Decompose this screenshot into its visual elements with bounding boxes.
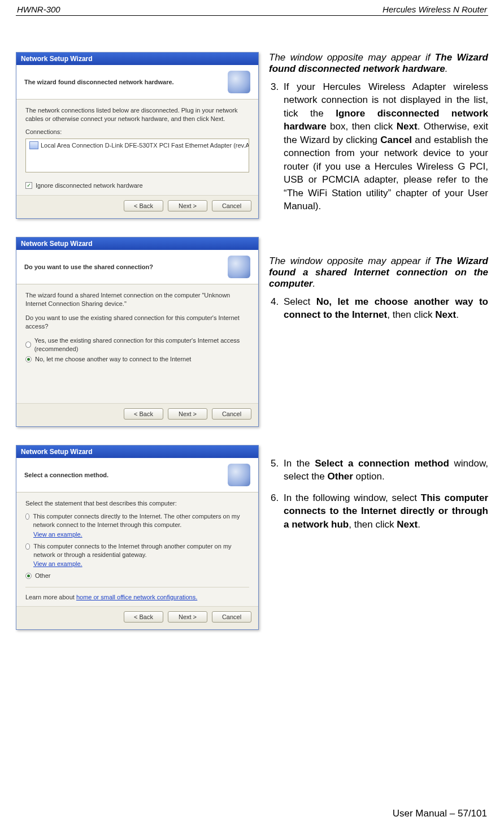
option-direct[interactable]: This computer connects directly to the I… [25,511,249,530]
option-other[interactable]: Other [25,571,249,581]
page-footer: User Manual – 57/101 [393,808,487,819]
option-yes[interactable]: Yes, use the existing shared connection … [25,335,249,355]
wizard1-intro: The network connections listed below are… [25,106,249,123]
connection-item[interactable]: Local Area Connection D-Link DFE-530TX P… [41,141,249,150]
s4d: Next [435,309,456,320]
instr3-step5: In the Select a connection method window… [281,457,488,483]
cancel-button[interactable]: Cancel [212,200,251,211]
instr1-lead-c: . [445,63,448,74]
s3g: and establish the connection from your n… [284,135,488,211]
wizard-shared-connection: Network Setup Wizard Do you want to use … [16,237,259,427]
wizard2-titlebar: Network Setup Wizard [16,237,258,250]
back-button[interactable]: < Back [124,200,163,211]
s5a: In the [284,458,315,469]
view-example-link[interactable]: View an example. [33,531,82,538]
wizard2-heading: Do you want to use the shared connection… [24,263,153,270]
learn-more-link[interactable]: home or small office network configurati… [76,594,197,600]
s6a: In the following window, select [284,492,421,503]
s4a: Select [284,296,316,307]
option-yes-label: Yes, use the existing shared connection … [34,336,249,353]
ignore-checkbox-label: Ignore disconnected network hardware [36,182,143,190]
instr2-steps: Select No, let me choose another way to … [269,295,488,322]
next-button[interactable]: Next > [168,611,207,623]
wizard-disconnected-hardware: Network Setup Wizard The wizard found di… [16,52,259,219]
wizard2-question: Do you want to use the existing shared c… [25,314,249,331]
instr1-steps: If your Hercules Wireless Adapter wirele… [269,80,488,213]
s3d: Next [397,121,418,132]
view-example-link[interactable]: View an example. [33,560,82,567]
s5e: option. [353,471,385,482]
instr2-lead: The window opposite may appear if The Wi… [269,256,488,289]
instr2-lead-a: The window opposite may appear if [269,256,435,266]
ignore-checkbox-row[interactable]: Ignore disconnected network hardware [25,180,249,191]
next-button[interactable]: Next > [168,408,207,420]
wizard1-heading: The wizard found disconnected network ha… [24,79,174,85]
s6c: , then click [349,519,397,530]
connections-label: Connections: [25,128,249,136]
s6d: Next [397,519,418,530]
network-icon [228,464,250,486]
header-left: HWNR-300 [17,5,60,14]
instr3-steps: In the Select a connection method window… [269,457,488,531]
instr2-lead-c: . [312,278,315,289]
learn-prefix: Learn more about [25,594,76,600]
radio-gateway[interactable] [25,543,30,550]
back-button[interactable]: < Back [124,611,163,623]
radio-yes[interactable] [25,342,31,348]
instruction-column: The window opposite may appear if The Wi… [269,52,488,531]
s5b: Select a connection method [315,458,449,469]
instr1-lead-a: The window opposite may appear if [269,52,435,63]
next-button[interactable]: Next > [168,200,207,211]
instr1-step3: If your Hercules Wireless Adapter wirele… [281,80,488,213]
instr2-step4: Select No, let me choose another way to … [281,295,488,322]
screenshot-column: Network Setup Wizard The wizard found di… [16,52,259,630]
radio-no[interactable] [25,356,32,362]
network-icon [228,256,250,278]
select-statement-label: Select the statement that best describes… [25,499,249,508]
s3c: box, then click [327,121,397,132]
learn-more: Learn more about home or small office ne… [25,593,249,602]
back-button[interactable]: < Back [124,408,163,420]
s5d: Other [328,471,353,482]
wizard-connection-method: Network Setup Wizard Select a connection… [16,445,259,630]
connections-list[interactable]: Local Area Connection D-Link DFE-530TX P… [25,139,249,172]
wizard1-titlebar: Network Setup Wizard [16,53,258,65]
option-direct-label: This computer connects directly to the I… [33,512,249,529]
adapter-icon [29,141,38,149]
cancel-button[interactable]: Cancel [212,611,251,623]
option-other-label: Other [35,572,51,580]
s6e: . [418,519,420,530]
instr1-lead: The window opposite may appear if The Wi… [269,52,488,75]
radio-other[interactable] [25,573,32,579]
wizard2-found: The wizard found a shared Internet conne… [25,291,249,308]
s4c: , then click [387,309,435,320]
cancel-button[interactable]: Cancel [212,408,251,420]
option-no-label: No, let me choose another way to connect… [35,355,191,364]
instr3-step6: In the following window, select This com… [281,491,488,531]
radio-direct[interactable] [25,513,29,520]
header-right: Hercules Wireless N Router [383,5,487,14]
option-gateway[interactable]: This computer connects to the Internet t… [25,541,249,560]
option-gateway-label: This computer connects to the Internet t… [33,542,249,559]
ignore-checkbox[interactable] [25,182,32,189]
s4e: . [456,309,459,320]
wizard3-heading: Select a connection method. [24,472,108,478]
network-icon [228,71,250,93]
option-no[interactable]: No, let me choose another way to connect… [25,354,249,365]
s3f: Cancel [380,135,412,145]
wizard3-titlebar: Network Setup Wizard [16,446,258,458]
